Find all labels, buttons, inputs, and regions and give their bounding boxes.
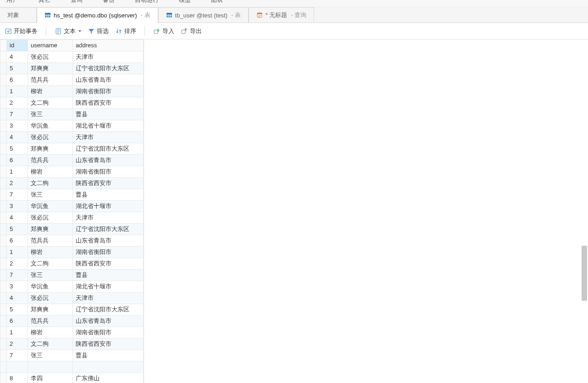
table-row[interactable]: 5郑爽爽辽宁省沈阳市大东区 (0, 63, 144, 74)
cell-address[interactable]: 湖南省衡阳市 (73, 247, 144, 258)
column-header-id[interactable]: id (7, 40, 28, 51)
row-header[interactable] (0, 189, 7, 201)
cell-username[interactable]: 柳岩 (28, 247, 73, 258)
cell-id[interactable]: 8 (7, 373, 28, 383)
cell-id[interactable]: 1 (7, 247, 28, 258)
table-row[interactable] (0, 361, 144, 373)
cell-username[interactable]: 张必沉 (28, 293, 73, 304)
tab-tb-user[interactable]: tb_user @test (test) - 表 (158, 7, 249, 23)
menu-item[interactable]: 自动运行 (131, 0, 162, 3)
cell-username[interactable]: 郑爽爽 (28, 304, 73, 315)
row-header[interactable] (0, 109, 7, 120)
table-row[interactable]: 3华沉鱼湖北省十堰市 (0, 281, 144, 293)
cell-address[interactable]: 湖南省衡阳市 (73, 327, 144, 338)
table-row[interactable]: 3华沉鱼湖北省十堰市 (0, 120, 144, 132)
cell-address[interactable]: 陕西省西安市 (73, 338, 144, 350)
tab-objects[interactable]: 对象 (0, 7, 37, 23)
cell-username[interactable]: 张三 (28, 270, 73, 281)
cell-id[interactable]: 2 (7, 338, 28, 350)
table-row[interactable]: 6范兵兵山东省青岛市 (0, 315, 144, 327)
table-row[interactable]: 6范兵兵山东省青岛市 (0, 155, 144, 166)
cell-username[interactable]: 范兵兵 (28, 74, 73, 86)
row-header[interactable] (0, 258, 7, 270)
cell-address[interactable]: 山东省青岛市 (73, 315, 144, 327)
text-button[interactable]: 文本 (55, 27, 81, 35)
table-row[interactable]: 1柳岩湖南省衡阳市 (0, 86, 144, 97)
cell-address[interactable] (73, 361, 144, 373)
cell-username[interactable]: 柳岩 (28, 86, 73, 97)
row-header[interactable] (0, 373, 7, 383)
row-header[interactable] (0, 315, 7, 327)
scrollbar-thumb[interactable] (582, 246, 587, 301)
export-button[interactable]: 导出 (181, 27, 202, 35)
cell-username[interactable]: 华沉鱼 (28, 281, 73, 293)
table-row[interactable]: 5郑爽爽辽宁省沈阳市大东区 (0, 304, 144, 315)
cell-address[interactable]: 辽宁省沈阳市大东区 (73, 63, 144, 74)
menu-item[interactable]: 图表 (207, 0, 227, 3)
cell-username[interactable]: 张三 (28, 189, 73, 201)
cell-address[interactable]: 湖南省衡阳市 (73, 86, 144, 97)
row-header[interactable] (0, 166, 7, 178)
table-row[interactable]: 6范兵兵山东省青岛市 (0, 235, 144, 247)
cell-id[interactable]: 5 (7, 304, 28, 315)
cell-username[interactable]: 文二狗 (28, 97, 73, 109)
cell-username[interactable]: 张必沉 (28, 51, 73, 63)
table-row[interactable]: 5郑爽爽辽宁省沈阳市大东区 (0, 143, 144, 155)
row-header[interactable] (0, 338, 7, 350)
cell-id[interactable]: 4 (7, 51, 28, 63)
cell-id[interactable]: 2 (7, 97, 28, 109)
row-header[interactable] (0, 143, 7, 155)
cell-address[interactable]: 广东佛山 (73, 373, 144, 383)
cell-username[interactable]: 范兵兵 (28, 155, 73, 166)
cell-id[interactable]: 6 (7, 155, 28, 166)
tab-hs-test[interactable]: hs_test @demo.dbo (sqlserver) - 表 (37, 7, 158, 23)
cell-id[interactable]: 3 (7, 201, 28, 212)
filter-button[interactable]: 筛选 (88, 27, 109, 35)
cell-id[interactable]: 7 (7, 109, 28, 120)
cell-id[interactable]: 6 (7, 235, 28, 247)
cell-address[interactable]: 天津市 (73, 132, 144, 143)
menu-item[interactable]: 查询 (67, 0, 86, 3)
cell-id[interactable]: 7 (7, 189, 28, 201)
table-row[interactable]: 7张三曹县 (0, 350, 144, 361)
cell-username[interactable]: 柳岩 (28, 166, 73, 178)
cell-username[interactable] (28, 361, 73, 373)
cell-username[interactable]: 柳岩 (28, 327, 73, 338)
cell-id[interactable]: 6 (7, 315, 28, 327)
table-row[interactable]: 3华沉鱼湖北省十堰市 (0, 201, 144, 212)
table-row[interactable]: 1柳岩湖南省衡阳市 (0, 327, 144, 338)
cell-address[interactable]: 曹县 (73, 109, 144, 120)
row-header[interactable] (0, 304, 7, 315)
cell-username[interactable]: 李四 (28, 373, 73, 383)
cell-id[interactable]: 3 (7, 120, 28, 132)
cell-address[interactable]: 陕西省西安市 (73, 97, 144, 109)
table-row[interactable]: 7张三曹县 (0, 189, 144, 201)
cell-username[interactable]: 范兵兵 (28, 315, 73, 327)
row-header[interactable] (0, 235, 7, 247)
table-row[interactable]: 4张必沉天津市 (0, 132, 144, 143)
row-header[interactable] (0, 201, 7, 212)
cell-address[interactable]: 湖南省衡阳市 (73, 166, 144, 178)
cell-id[interactable]: 5 (7, 224, 28, 235)
row-header[interactable] (0, 120, 7, 132)
row-header[interactable] (0, 281, 7, 293)
cell-address[interactable]: 陕西省西安市 (73, 178, 144, 189)
cell-id[interactable]: 1 (7, 327, 28, 338)
cell-username[interactable]: 张必沉 (28, 132, 73, 143)
cell-id[interactable]: 1 (7, 86, 28, 97)
row-header[interactable] (0, 224, 7, 235)
cell-address[interactable]: 山东省青岛市 (73, 74, 144, 86)
table-row[interactable]: 2文二狗陕西省西安市 (0, 178, 144, 189)
cell-id[interactable]: 2 (7, 258, 28, 270)
row-header[interactable] (0, 74, 7, 86)
table-row[interactable]: 2文二狗陕西省西安市 (0, 97, 144, 109)
cell-username[interactable]: 郑爽爽 (28, 63, 73, 74)
cell-username[interactable]: 文二狗 (28, 258, 73, 270)
row-header[interactable] (0, 178, 7, 189)
row-header[interactable] (0, 97, 7, 109)
cell-username[interactable]: 张三 (28, 350, 73, 361)
table-row[interactable]: 7张三曹县 (0, 109, 144, 120)
cell-address[interactable]: 湖北省十堰市 (73, 120, 144, 132)
cell-address[interactable]: 曹县 (73, 189, 144, 201)
cell-id[interactable]: 5 (7, 63, 28, 74)
